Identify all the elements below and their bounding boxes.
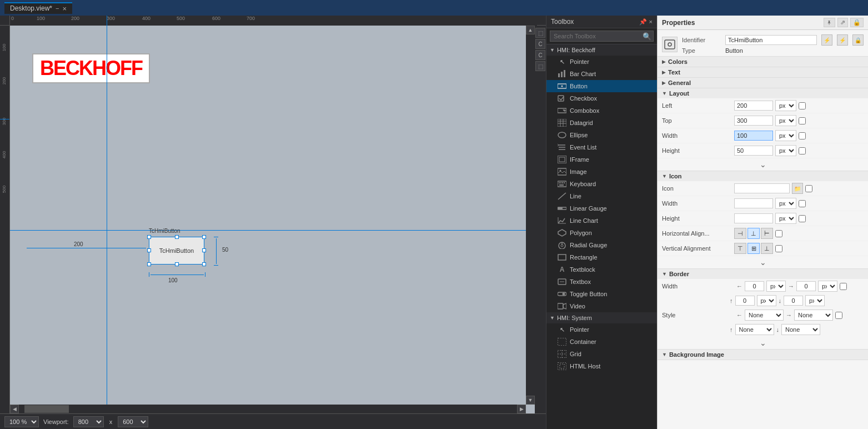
properties-pin-btn[interactable]: 🖈 — [824, 18, 835, 27]
viewport-height-select[interactable]: 600 480 768 800 — [118, 416, 148, 427]
border-style-top-select[interactable]: NoneSolid — [735, 324, 774, 335]
button-inner[interactable]: TcHmiButton — [149, 237, 204, 265]
toolbox-close-btn[interactable]: × — [649, 18, 653, 26]
toolbox-item-line[interactable]: Line — [546, 190, 657, 202]
tab-close[interactable]: × — [62, 4, 67, 13]
left-unit-select[interactable]: px% — [775, 100, 796, 111]
toolbox-item-system-pointer[interactable]: ↖ Pointer — [546, 323, 657, 336]
width-checkbox[interactable] — [799, 132, 806, 139]
canvas-icon-3[interactable]: C — [535, 50, 545, 60]
handle-tr[interactable] — [202, 235, 206, 239]
icon-height-unit[interactable]: px% — [775, 213, 796, 224]
scroll-up-btn[interactable]: ▲ — [526, 26, 535, 34]
height-input[interactable] — [734, 146, 773, 156]
left-checkbox[interactable] — [799, 102, 806, 109]
border-right-unit[interactable]: px — [818, 281, 837, 292]
toolbox-item-linear-gauge[interactable]: Linear Gauge — [546, 202, 657, 214]
prop-section-header-colors[interactable]: ▶ Colors — [658, 57, 868, 67]
border-left-input[interactable] — [745, 281, 764, 291]
handle-br[interactable] — [202, 262, 206, 266]
h-align-checkbox[interactable] — [775, 230, 782, 237]
icon-field-checkbox[interactable] — [805, 185, 812, 192]
search-input[interactable] — [550, 31, 654, 42]
toolbox-item-keyboard[interactable]: Keyboard — [546, 178, 657, 190]
toolbox-item-radial-gauge[interactable]: Radial Gauge — [546, 239, 657, 251]
icon-browse-btn[interactable]: 📁 — [792, 183, 803, 194]
icon-width-checkbox[interactable] — [799, 200, 806, 207]
identifier-input[interactable] — [725, 35, 817, 45]
handle-mr[interactable] — [202, 248, 206, 252]
toolbox-group-beckhoff[interactable]: ▼ HMI: Beckhoff — [546, 44, 657, 56]
handle-bm[interactable] — [175, 262, 179, 266]
icon-height-checkbox[interactable] — [799, 215, 806, 222]
icon-expand-btn[interactable]: ⌄ — [760, 258, 766, 267]
toolbox-item-checkbox[interactable]: Checkbox — [546, 92, 657, 104]
identifier-lightning2-btn[interactable]: ⚡ — [837, 34, 848, 46]
v-align-middle-btn[interactable]: ⊞ — [747, 243, 760, 254]
prop-section-header-bg-image[interactable]: ▼ Background Image — [658, 350, 868, 360]
canvas-viewport[interactable]: BECKHOFF TcHmiButton TcHmiButton — [10, 26, 546, 413]
icon-width-unit[interactable]: px% — [775, 198, 796, 209]
button-widget[interactable]: TcHmiButton — [149, 237, 204, 265]
top-checkbox[interactable] — [799, 117, 806, 124]
toolbox-item-video[interactable]: Video — [546, 300, 657, 312]
toolbox-item-datagrid[interactable]: Datagrid — [546, 117, 657, 129]
height-checkbox[interactable] — [799, 147, 806, 154]
width-unit-select[interactable]: px% — [775, 130, 796, 141]
toolbox-item-image[interactable]: Image — [546, 166, 657, 178]
border-style-checkbox[interactable] — [835, 312, 842, 319]
toolbox-item-ellipse[interactable]: Ellipse — [546, 129, 657, 141]
toolbox-item-iframe[interactable]: IFrame — [546, 153, 657, 166]
toolbox-item-html-host[interactable]: HTML Host — [546, 360, 657, 372]
border-style-left-select[interactable]: NoneSolidDashed — [745, 310, 784, 321]
horizontal-scrollbar[interactable]: ◀ ▶ — [10, 405, 526, 413]
v-align-top-btn[interactable]: ⊤ — [734, 243, 746, 254]
prop-section-header-icon[interactable]: ▼ Icon — [658, 171, 868, 181]
prop-section-header-text[interactable]: ▶ Text — [658, 67, 868, 77]
h-align-right-btn[interactable]: ⊢ — [761, 228, 773, 239]
canvas-icon-2[interactable]: C — [535, 39, 545, 49]
toolbox-pin-btn[interactable]: 📌 — [639, 18, 647, 26]
prop-section-header-border[interactable]: ▼ Border — [658, 269, 868, 279]
border-style-bottom-select[interactable]: NoneSolid — [781, 324, 820, 335]
h-align-left-btn[interactable]: ⊣ — [734, 228, 746, 239]
left-input[interactable] — [734, 101, 773, 111]
toolbox-item-button[interactable]: Button — [546, 80, 657, 92]
top-unit-select[interactable]: px% — [775, 115, 796, 126]
identifier-lock-btn[interactable]: 🔒 — [852, 34, 864, 46]
height-unit-select[interactable]: px% — [775, 145, 796, 156]
toolbox-item-polygon[interactable]: Polygon — [546, 227, 657, 239]
border-bottom-input[interactable] — [784, 296, 803, 306]
tab-pin[interactable]: − — [56, 5, 59, 12]
properties-lock-btn[interactable]: 🔒 — [850, 18, 864, 27]
border-width-checkbox[interactable] — [840, 283, 847, 290]
properties-unpin-btn[interactable]: ⇗ — [837, 18, 848, 27]
border-left-unit[interactable]: px — [766, 281, 786, 292]
zoom-select[interactable]: 100 % 50 % 75 % 125 % 150 % 200 % — [4, 416, 39, 427]
top-input[interactable] — [734, 116, 773, 126]
handle-tl[interactable] — [147, 235, 151, 239]
toolbox-item-line-chart[interactable]: Line Chart — [546, 214, 657, 227]
scroll-left-btn[interactable]: ◀ — [10, 405, 19, 413]
canvas-icon-4[interactable]: ⬚ — [535, 61, 545, 71]
prop-section-header-layout[interactable]: ▼ Layout — [658, 88, 868, 98]
canvas-icon-1[interactable]: ⬚ — [535, 28, 545, 38]
toolbox-item-toggle-button[interactable]: Toggle Button — [546, 288, 657, 300]
v-align-bottom-btn[interactable]: ⊥ — [761, 243, 773, 254]
toolbox-item-container[interactable]: Container — [546, 336, 657, 348]
vertical-scrollbar[interactable]: ▲ ▼ — [526, 26, 535, 405]
toolbox-item-bar-chart[interactable]: Bar Chart — [546, 68, 657, 80]
border-right-input[interactable] — [796, 281, 816, 291]
toolbox-item-grid[interactable]: Grid — [546, 348, 657, 360]
handle-bl[interactable] — [147, 262, 151, 266]
viewport-width-select[interactable]: 800 640 1024 1280 — [73, 416, 104, 427]
border-style-right-select[interactable]: NoneSolidDashed — [794, 310, 833, 321]
h-align-center-btn[interactable]: ⊥ — [747, 228, 760, 239]
toolbox-item-combobox[interactable]: Combobox — [546, 104, 657, 117]
icon-height-input[interactable] — [734, 213, 773, 223]
toolbox-item-pointer[interactable]: ↖ Pointer — [546, 56, 657, 68]
toolbox-item-event-list[interactable]: Event List — [546, 141, 657, 153]
desktop-tab[interactable]: Desktop.view* − × — [4, 2, 72, 14]
width-input[interactable] — [734, 131, 773, 141]
border-expand-btn[interactable]: ⌄ — [760, 338, 766, 347]
